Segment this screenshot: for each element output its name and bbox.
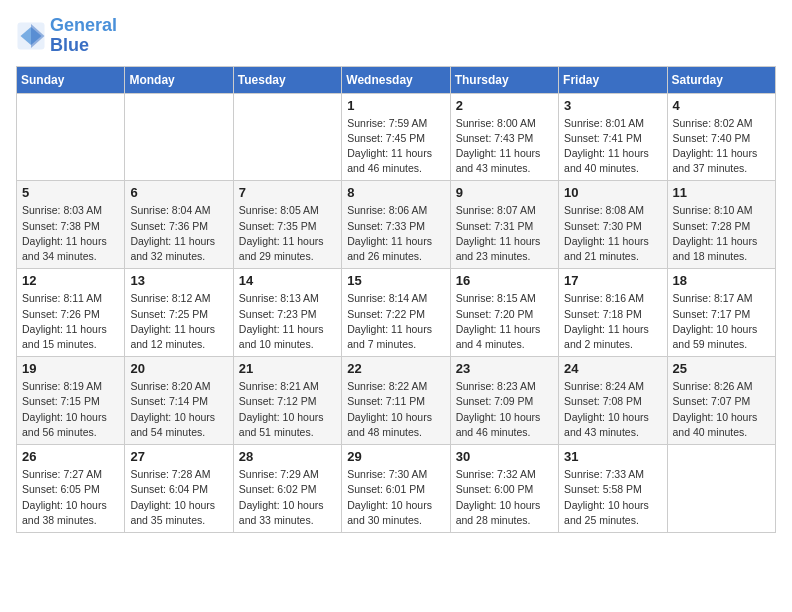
calendar-cell: 10Sunrise: 8:08 AMSunset: 7:30 PMDayligh… — [559, 181, 667, 269]
day-info: Sunrise: 8:16 AMSunset: 7:18 PMDaylight:… — [564, 291, 661, 352]
calendar-cell: 3Sunrise: 8:01 AMSunset: 7:41 PMDaylight… — [559, 93, 667, 181]
day-header-wednesday: Wednesday — [342, 66, 450, 93]
day-number: 23 — [456, 361, 553, 376]
day-info: Sunrise: 8:23 AMSunset: 7:09 PMDaylight:… — [456, 379, 553, 440]
day-number: 29 — [347, 449, 444, 464]
calendar-cell: 16Sunrise: 8:15 AMSunset: 7:20 PMDayligh… — [450, 269, 558, 357]
day-number: 11 — [673, 185, 770, 200]
day-info: Sunrise: 8:19 AMSunset: 7:15 PMDaylight:… — [22, 379, 119, 440]
day-number: 10 — [564, 185, 661, 200]
day-header-tuesday: Tuesday — [233, 66, 341, 93]
day-number: 28 — [239, 449, 336, 464]
day-number: 2 — [456, 98, 553, 113]
day-number: 19 — [22, 361, 119, 376]
calendar-cell: 11Sunrise: 8:10 AMSunset: 7:28 PMDayligh… — [667, 181, 775, 269]
day-info: Sunrise: 8:21 AMSunset: 7:12 PMDaylight:… — [239, 379, 336, 440]
day-info: Sunrise: 8:05 AMSunset: 7:35 PMDaylight:… — [239, 203, 336, 264]
calendar-cell: 13Sunrise: 8:12 AMSunset: 7:25 PMDayligh… — [125, 269, 233, 357]
day-number: 17 — [564, 273, 661, 288]
page-header: GeneralBlue — [16, 16, 776, 56]
day-number: 24 — [564, 361, 661, 376]
day-info: Sunrise: 8:12 AMSunset: 7:25 PMDaylight:… — [130, 291, 227, 352]
calendar-week-3: 12Sunrise: 8:11 AMSunset: 7:26 PMDayligh… — [17, 269, 776, 357]
day-number: 3 — [564, 98, 661, 113]
day-header-friday: Friday — [559, 66, 667, 93]
day-info: Sunrise: 8:26 AMSunset: 7:07 PMDaylight:… — [673, 379, 770, 440]
day-number: 18 — [673, 273, 770, 288]
calendar-week-2: 5Sunrise: 8:03 AMSunset: 7:38 PMDaylight… — [17, 181, 776, 269]
day-number: 8 — [347, 185, 444, 200]
calendar-cell — [17, 93, 125, 181]
day-number: 25 — [673, 361, 770, 376]
day-number: 31 — [564, 449, 661, 464]
day-info: Sunrise: 8:14 AMSunset: 7:22 PMDaylight:… — [347, 291, 444, 352]
calendar-week-4: 19Sunrise: 8:19 AMSunset: 7:15 PMDayligh… — [17, 357, 776, 445]
day-number: 22 — [347, 361, 444, 376]
day-info: Sunrise: 8:02 AMSunset: 7:40 PMDaylight:… — [673, 116, 770, 177]
day-info: Sunrise: 8:22 AMSunset: 7:11 PMDaylight:… — [347, 379, 444, 440]
calendar-cell: 20Sunrise: 8:20 AMSunset: 7:14 PMDayligh… — [125, 357, 233, 445]
calendar-week-5: 26Sunrise: 7:27 AMSunset: 6:05 PMDayligh… — [17, 445, 776, 533]
calendar-cell — [125, 93, 233, 181]
calendar-cell: 5Sunrise: 8:03 AMSunset: 7:38 PMDaylight… — [17, 181, 125, 269]
day-number: 14 — [239, 273, 336, 288]
day-info: Sunrise: 8:17 AMSunset: 7:17 PMDaylight:… — [673, 291, 770, 352]
day-info: Sunrise: 7:33 AMSunset: 5:58 PMDaylight:… — [564, 467, 661, 528]
day-info: Sunrise: 7:59 AMSunset: 7:45 PMDaylight:… — [347, 116, 444, 177]
calendar-cell: 30Sunrise: 7:32 AMSunset: 6:00 PMDayligh… — [450, 445, 558, 533]
day-info: Sunrise: 8:01 AMSunset: 7:41 PMDaylight:… — [564, 116, 661, 177]
calendar-cell: 26Sunrise: 7:27 AMSunset: 6:05 PMDayligh… — [17, 445, 125, 533]
calendar-cell: 29Sunrise: 7:30 AMSunset: 6:01 PMDayligh… — [342, 445, 450, 533]
calendar-cell: 12Sunrise: 8:11 AMSunset: 7:26 PMDayligh… — [17, 269, 125, 357]
day-info: Sunrise: 8:20 AMSunset: 7:14 PMDaylight:… — [130, 379, 227, 440]
calendar-cell: 27Sunrise: 7:28 AMSunset: 6:04 PMDayligh… — [125, 445, 233, 533]
logo: GeneralBlue — [16, 16, 117, 56]
day-number: 30 — [456, 449, 553, 464]
logo-text: GeneralBlue — [50, 16, 117, 56]
calendar-cell: 18Sunrise: 8:17 AMSunset: 7:17 PMDayligh… — [667, 269, 775, 357]
calendar-cell: 23Sunrise: 8:23 AMSunset: 7:09 PMDayligh… — [450, 357, 558, 445]
calendar-cell: 4Sunrise: 8:02 AMSunset: 7:40 PMDaylight… — [667, 93, 775, 181]
day-info: Sunrise: 8:13 AMSunset: 7:23 PMDaylight:… — [239, 291, 336, 352]
day-number: 6 — [130, 185, 227, 200]
day-info: Sunrise: 8:07 AMSunset: 7:31 PMDaylight:… — [456, 203, 553, 264]
day-info: Sunrise: 8:03 AMSunset: 7:38 PMDaylight:… — [22, 203, 119, 264]
calendar-cell: 21Sunrise: 8:21 AMSunset: 7:12 PMDayligh… — [233, 357, 341, 445]
calendar-week-1: 1Sunrise: 7:59 AMSunset: 7:45 PMDaylight… — [17, 93, 776, 181]
calendar-cell: 2Sunrise: 8:00 AMSunset: 7:43 PMDaylight… — [450, 93, 558, 181]
day-info: Sunrise: 8:10 AMSunset: 7:28 PMDaylight:… — [673, 203, 770, 264]
calendar-cell: 22Sunrise: 8:22 AMSunset: 7:11 PMDayligh… — [342, 357, 450, 445]
day-info: Sunrise: 7:29 AMSunset: 6:02 PMDaylight:… — [239, 467, 336, 528]
calendar-cell: 19Sunrise: 8:19 AMSunset: 7:15 PMDayligh… — [17, 357, 125, 445]
calendar-cell: 24Sunrise: 8:24 AMSunset: 7:08 PMDayligh… — [559, 357, 667, 445]
day-header-monday: Monday — [125, 66, 233, 93]
day-number: 27 — [130, 449, 227, 464]
day-number: 15 — [347, 273, 444, 288]
day-info: Sunrise: 7:27 AMSunset: 6:05 PMDaylight:… — [22, 467, 119, 528]
calendar-cell: 17Sunrise: 8:16 AMSunset: 7:18 PMDayligh… — [559, 269, 667, 357]
calendar-cell: 6Sunrise: 8:04 AMSunset: 7:36 PMDaylight… — [125, 181, 233, 269]
calendar-cell: 15Sunrise: 8:14 AMSunset: 7:22 PMDayligh… — [342, 269, 450, 357]
logo-icon — [16, 21, 46, 51]
calendar-cell: 7Sunrise: 8:05 AMSunset: 7:35 PMDaylight… — [233, 181, 341, 269]
day-info: Sunrise: 8:00 AMSunset: 7:43 PMDaylight:… — [456, 116, 553, 177]
day-info: Sunrise: 7:30 AMSunset: 6:01 PMDaylight:… — [347, 467, 444, 528]
day-info: Sunrise: 8:06 AMSunset: 7:33 PMDaylight:… — [347, 203, 444, 264]
day-number: 13 — [130, 273, 227, 288]
day-number: 20 — [130, 361, 227, 376]
calendar-table: SundayMondayTuesdayWednesdayThursdayFrid… — [16, 66, 776, 533]
day-number: 4 — [673, 98, 770, 113]
calendar-cell: 14Sunrise: 8:13 AMSunset: 7:23 PMDayligh… — [233, 269, 341, 357]
day-number: 9 — [456, 185, 553, 200]
calendar-body: 1Sunrise: 7:59 AMSunset: 7:45 PMDaylight… — [17, 93, 776, 532]
calendar-header: SundayMondayTuesdayWednesdayThursdayFrid… — [17, 66, 776, 93]
calendar-cell: 1Sunrise: 7:59 AMSunset: 7:45 PMDaylight… — [342, 93, 450, 181]
day-info: Sunrise: 8:24 AMSunset: 7:08 PMDaylight:… — [564, 379, 661, 440]
day-number: 5 — [22, 185, 119, 200]
calendar-cell — [233, 93, 341, 181]
calendar-cell: 8Sunrise: 8:06 AMSunset: 7:33 PMDaylight… — [342, 181, 450, 269]
calendar-cell: 9Sunrise: 8:07 AMSunset: 7:31 PMDaylight… — [450, 181, 558, 269]
calendar-cell: 25Sunrise: 8:26 AMSunset: 7:07 PMDayligh… — [667, 357, 775, 445]
day-info: Sunrise: 7:28 AMSunset: 6:04 PMDaylight:… — [130, 467, 227, 528]
day-number: 26 — [22, 449, 119, 464]
